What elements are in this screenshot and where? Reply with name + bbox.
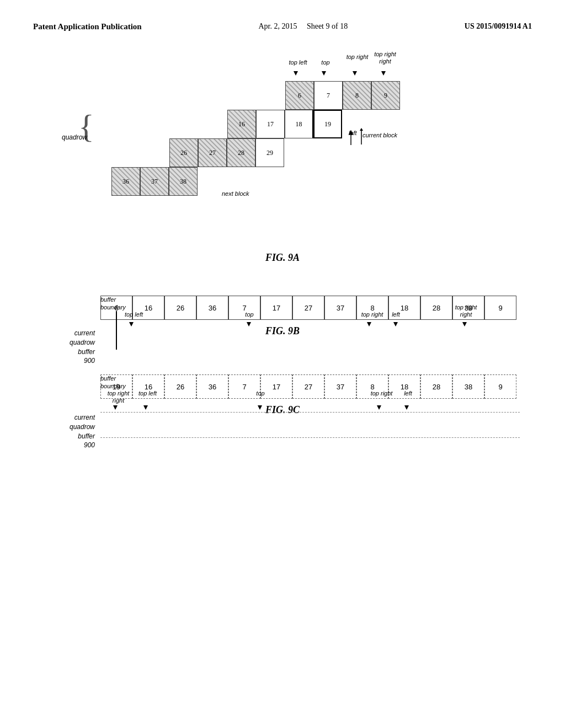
cell-27: 27 (198, 138, 227, 167)
quadrow-label: quadrow (62, 133, 87, 141)
row4: 36 37 38 (111, 167, 198, 196)
fig9c-label: FIG. 9C (33, 404, 532, 416)
fig9b-label-top-right: top right (357, 311, 387, 318)
cell-26: 26 (169, 138, 198, 167)
row1: 6 7 8 9 (285, 81, 400, 110)
fig9c-label-top-right-right: top rightright (100, 390, 136, 404)
figure-9b-section: currentquadrowbuffer900 bufferboundary t… (33, 296, 532, 337)
label-top-left: top left (281, 59, 315, 66)
label-top-right: top right (342, 53, 372, 60)
fig9b-label-top: top (238, 311, 260, 318)
arrow-top-right-right (381, 71, 386, 76)
fig9c-label-top-left: top left (132, 390, 163, 397)
fig9c-side-label: currentquadrowbuffer900 (45, 413, 95, 450)
cell-8: 8 (343, 81, 371, 110)
label-current-block: current block (363, 132, 397, 138)
fig9b-arrow-top-right (367, 322, 371, 326)
fig9c-arrow-top (258, 405, 262, 410)
header-date-sheet: Apr. 2, 2015 Sheet 9 of 18 (258, 22, 348, 31)
cell-19: 19 (313, 110, 342, 138)
cell-28: 28 (227, 138, 255, 167)
cell-7: 7 (314, 81, 343, 110)
buf-cell-9: 9 (484, 374, 516, 399)
fig9b-label-top-right-right: top rightright (448, 304, 484, 318)
fig9b-label-left: left (386, 311, 406, 318)
cell-29: 29 (255, 138, 284, 167)
buf-cell-17: 17 (260, 296, 292, 320)
fig9c-diagram: currentquadrowbuffer900 bufferboundary t… (45, 374, 520, 399)
label-top-right-right: top rightright (369, 51, 402, 65)
figure-9c-section: currentquadrowbuffer900 bufferboundary t… (33, 374, 532, 416)
header-patent-number: US 2015/0091914 A1 (465, 22, 532, 31)
fig9b-arrow-left (393, 322, 398, 326)
fig9c-label-top-right: top right (366, 390, 397, 397)
page: Patent Application Publication Apr. 2, 2… (0, 0, 565, 728)
cell-18: 18 (285, 110, 313, 138)
buf-cell-26: 26 (164, 374, 196, 399)
fig9c-arrow-top-left (143, 405, 148, 410)
buf-cell-36: 36 (196, 296, 228, 320)
cell-16: 16 (227, 110, 256, 138)
fig9b-label: FIG. 9B (33, 325, 532, 337)
page-header: Patent Application Publication Apr. 2, 2… (33, 22, 532, 31)
buf-cell-9: 9 (484, 296, 516, 320)
header-sheet: Sheet 9 of 18 (307, 22, 348, 30)
fig9c-arrow-top-right (377, 405, 381, 410)
fig9a-label: FIG. 9A (33, 252, 532, 264)
buf-cell-27: 27 (292, 374, 324, 399)
cell-38: 38 (169, 167, 198, 196)
cell-37: 37 (140, 167, 169, 196)
arrow-top (322, 71, 326, 76)
cell-36: 36 (111, 167, 140, 196)
fig9c-dotted-line-top (100, 412, 520, 413)
buf-cell-37: 37 (324, 374, 356, 399)
fig9a-diagram: 6 7 8 9 16 17 18 19 26 27 28 29 36 (56, 48, 509, 247)
buf-cell-37: 37 (324, 296, 356, 320)
row3: 26 27 28 29 (169, 138, 284, 167)
buf-cell-26: 26 (164, 296, 196, 320)
label-top: top (315, 59, 337, 66)
header-publication-type: Patent Application Publication (33, 22, 142, 31)
fig9c-cells: 19 16 26 36 7 17 27 37 8 18 28 38 9 (100, 374, 520, 399)
header-date: Apr. 2, 2015 (258, 22, 297, 30)
arrow-current-block (358, 128, 366, 147)
arrow-top-right (353, 71, 357, 76)
fig9c-label-top: top (249, 390, 271, 397)
fig9b-boundary-line (116, 311, 117, 350)
fig9c-arrow-top-right-right (113, 405, 118, 410)
cell-17: 17 (256, 110, 285, 138)
arrow-top-left (294, 71, 298, 76)
buf-cell-36: 36 (196, 374, 228, 399)
fig9b-side-label: currentquadrowbuffer900 (45, 329, 95, 366)
fig9b-buffer-label: bufferboundary (100, 296, 134, 312)
fig9b-diagram: currentquadrowbuffer900 bufferboundary t… (45, 296, 520, 320)
fig9b-arrow-top-right-right (462, 322, 467, 326)
figure-9a-section: 6 7 8 9 16 17 18 19 26 27 28 29 36 (33, 48, 532, 264)
fig9c-buffer-label: bufferboundary (100, 374, 134, 390)
buf-cell-38: 38 (452, 374, 484, 399)
fig9c-label-left: left (398, 390, 418, 397)
fig9c-arrow-left (404, 405, 409, 410)
cell-9: 9 (371, 81, 400, 110)
buf-cell-27: 27 (292, 296, 324, 320)
fig9b-arrow-top (247, 322, 251, 326)
svg-marker-2 (360, 128, 363, 131)
fig9b-label-top-left: top left (119, 311, 149, 318)
label-next-block: next block (222, 190, 249, 197)
buf-cell-28: 28 (420, 374, 452, 399)
row2: 16 17 18 19 (227, 110, 342, 138)
cell-6: 6 (285, 81, 314, 110)
fig9c-dotted-line-bottom (100, 437, 520, 438)
fig9b-arrow-top-left (129, 322, 134, 326)
arrow-left-svg (345, 130, 356, 146)
